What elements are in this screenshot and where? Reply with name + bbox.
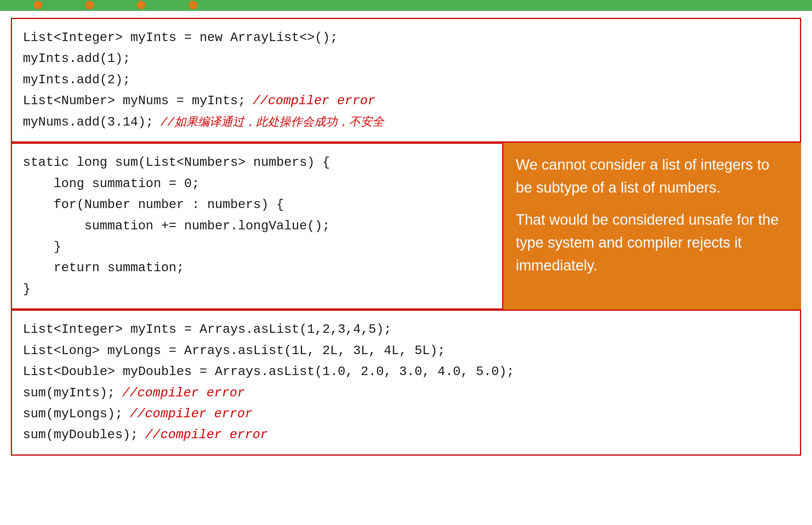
block3-line-6: sum(myDoubles); //compiler error: [23, 425, 789, 446]
block3-line-2: List<Long> myLongs = Arrays.asList(1L, 2…: [23, 341, 789, 361]
main-content: List<Integer> myInts = new ArrayList<>()…: [0, 11, 812, 463]
block2-line-2: long summation = 0;: [23, 174, 491, 195]
middle-section: static long sum(List<Numbers> numbers) {…: [11, 143, 801, 310]
timeline-dot-3: [137, 1, 145, 9]
block3-line-5-text: sum(myLongs);: [23, 404, 123, 425]
block3-line-4-comment: //compiler error: [122, 383, 245, 404]
block3-line-6-text: sum(myDoubles);: [23, 425, 138, 446]
code-line-5: myNums.add(3.14); //如果编译通过，此处操作会成功，不安全: [23, 112, 789, 133]
annotation-box: We cannot consider a list of integers to…: [503, 143, 801, 310]
block2-line-5: }: [23, 237, 491, 258]
code-line-4-text: List<Number> myNums = myInts;: [23, 91, 245, 112]
code-block-2: static long sum(List<Numbers> numbers) {…: [11, 143, 503, 310]
block3-line-4: sum(myInts); //compiler error: [23, 383, 789, 404]
annotation-paragraph-2: That would be considered unsafe for the …: [516, 208, 789, 277]
code-line-4-comment: //compiler error: [252, 91, 375, 112]
block3-line-5-comment: //compiler error: [130, 404, 252, 425]
timeline-dot-1: [34, 1, 42, 9]
code-block-1: List<Integer> myInts = new ArrayList<>()…: [11, 18, 801, 143]
block2-line-7: }: [23, 279, 491, 300]
block3-line-3: List<Double> myDoubles = Arrays.asList(1…: [23, 361, 789, 382]
timeline-container: [0, 0, 812, 11]
block2-line-3: for(Number number : numbers) {: [23, 195, 491, 215]
code-block-3: List<Integer> myInts = Arrays.asList(1,2…: [11, 310, 801, 456]
code-line-1: List<Integer> myInts = new ArrayList<>()…: [23, 28, 789, 48]
code-line-2: myInts.add(1);: [23, 48, 789, 69]
code-line-5-comment-cn: //如果编译通过，此处操作会成功，不安全: [161, 113, 384, 133]
block3-line-6-comment: //compiler error: [145, 425, 268, 446]
block2-line-1: static long sum(List<Numbers> numbers) {: [23, 152, 491, 173]
annotation-paragraph-1: We cannot consider a list of integers to…: [516, 153, 789, 199]
timeline-dot-2: [85, 1, 94, 9]
block3-line-1: List<Integer> myInts = Arrays.asList(1,2…: [23, 319, 789, 340]
block3-line-4-text: sum(myInts);: [23, 383, 115, 404]
block3-line-5: sum(myLongs); //compiler error: [23, 404, 789, 425]
code-line-3: myInts.add(2);: [23, 70, 789, 91]
block2-line-4: summation += number.longValue();: [23, 216, 491, 237]
code-line-5-text: myNums.add(3.14);: [23, 112, 154, 133]
code-line-4: List<Number> myNums = myInts; //compiler…: [23, 91, 789, 112]
timeline-dot-4: [189, 1, 197, 9]
block2-line-6: return summation;: [23, 258, 491, 279]
